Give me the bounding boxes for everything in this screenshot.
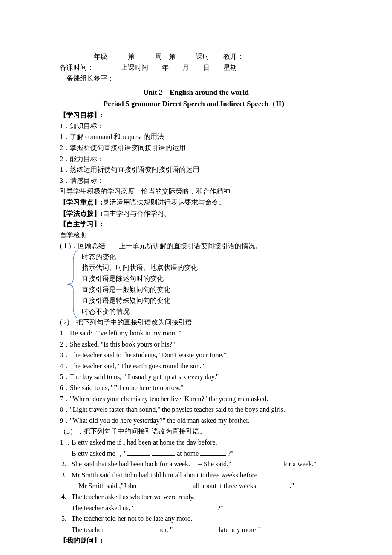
- ability-goal-label: 2．能力目标：: [60, 153, 332, 165]
- period-subtitle: Period 5 grammar Direct Speech and Indir…: [60, 98, 332, 110]
- emotion-text: 引导学生积极的学习态度，恰当的交际策略，和合作精神。: [60, 186, 332, 197]
- exercise-item: 1．He said: "I've left my book in my room…: [60, 328, 332, 339]
- header-signature-line: 备课组长签字：: [60, 73, 332, 84]
- exercise-item: 5．The boy said to us, " I usually get up…: [60, 371, 332, 382]
- brace-icon: [66, 250, 80, 319]
- learning-objectives-label: 【学习目标】:: [60, 110, 332, 121]
- self-study-label: 【自主学习】:: [60, 219, 332, 230]
- exercise-item: 3．The teacher said to the students, "Don…: [60, 350, 332, 361]
- knowledge-item-2: 2．掌握祈使句直接引语变间接引语的运用: [60, 142, 332, 153]
- exercise-item: 5. The teacher told her not to be late a…: [60, 513, 332, 524]
- exercise-item: 6．She said to us," I'll come here tomorr…: [60, 382, 332, 393]
- exercise-item: 7．"Where does your chemistry teacher liv…: [60, 393, 332, 405]
- exercise-item: 4. The teacher asked us whether we were …: [60, 491, 332, 503]
- header-prep-time-line: 备课时间： 上课时间 年 月 日 星期: [60, 62, 332, 73]
- header-grade-line: 年级 第 周 第 课时 教师：: [60, 51, 332, 62]
- knowledge-item-1: 1．了解 command 和 request 的用法: [60, 131, 332, 142]
- bracket-item: 指示代词、时间状语、地点状语的变化: [82, 262, 332, 273]
- self-study-subtitle: 自学检测: [60, 230, 332, 241]
- exercise-item: 2. She said that she had been back for a…: [60, 459, 332, 470]
- emotion-goal-label: 3．情感目标：: [60, 175, 332, 186]
- exercise-item: The teacher asked us," ?": [60, 503, 332, 514]
- knowledge-goal-label: 1．知识目标：: [60, 121, 332, 132]
- section2-label: ( 2)．把下列句子中的直接引语改为间接引语。: [60, 317, 332, 328]
- bracket-item: 直接引语是陈述句时的变化: [82, 273, 332, 284]
- bracket-item: 时态的变化: [82, 251, 332, 263]
- bracket-group: 时态的变化 指示代词、时间状语、地点状语的变化 直接引语是陈述句时的变化 直接引…: [60, 251, 332, 317]
- bracket-item: 直接引语是一般疑问句的变化: [82, 284, 332, 295]
- ability-item-1: 1．熟练运用祈使句直接引语变间接引语的运用: [60, 164, 332, 175]
- bracket-item: 直接引语是特殊疑问句的变化: [82, 295, 332, 306]
- exercise-item: 3. Mr Smith said that John had told him …: [60, 470, 332, 481]
- exercise-item: 1 ．B etty asked me if I had been at home…: [60, 437, 332, 448]
- review-section-label: ( 1 )．回顾总结 上一单元所讲解的直接引语变间接引语的情况。: [60, 240, 332, 251]
- learning-focus: 【学习重点】:灵活运用语法规则进行表达要求与命令。: [60, 197, 332, 208]
- unit-title: Unit 2 English around the world: [60, 87, 332, 98]
- bracket-item: 时态不变的情况: [82, 306, 332, 317]
- exercise-item: The teacher her, " late any more!": [60, 524, 332, 535]
- section3-label: （3）．把下列句子中的间接引语改为直接引语。: [60, 426, 332, 437]
- exercise-item: B etty asked me ，" at home ?": [60, 448, 332, 459]
- exercise-item: 2．She asked, "Is this book yours or his?…: [60, 339, 332, 350]
- my-question-label: 【我的疑问】:: [60, 535, 332, 546]
- exercise-item: 8．"Light travels faster than sound," the…: [60, 404, 332, 415]
- exercise-item: 9．"What did you do here yesterday?" the …: [60, 415, 332, 426]
- exercise-item: 4．The teacher said, "The earth goes roun…: [60, 361, 332, 372]
- learning-method: 【学法点拨】:自主学习与合作学习。: [60, 208, 332, 219]
- exercise-item: Mr Smith said ,"John all about it three …: [60, 480, 332, 491]
